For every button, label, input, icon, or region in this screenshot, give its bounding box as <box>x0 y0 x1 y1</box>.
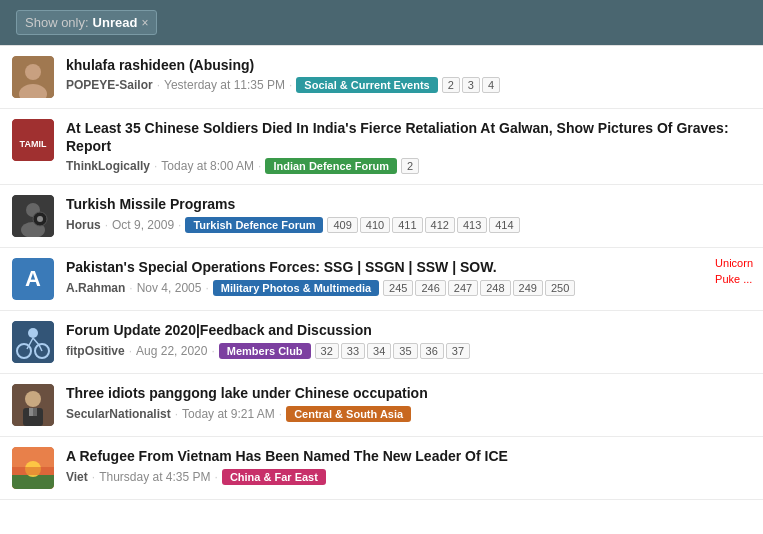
thread-title[interactable]: Pakistan's Special Operations Forces: SS… <box>66 258 751 276</box>
thread-content: khulafa rashideen (Abusing)POPEYE-Sailor… <box>66 56 751 93</box>
page-num[interactable]: 32 <box>315 343 339 359</box>
svg-rect-22 <box>12 467 54 475</box>
svg-point-11 <box>28 328 38 338</box>
thread-content: A Refugee From Vietnam Has Been Named Th… <box>66 447 751 484</box>
thread-content: At Least 35 Chinese Soldiers Died In Ind… <box>66 119 751 174</box>
avatar <box>12 195 54 237</box>
page-num[interactable]: 409 <box>327 217 357 233</box>
thread-content: Pakistan's Special Operations Forces: SS… <box>66 258 751 295</box>
page-num[interactable]: 35 <box>393 343 417 359</box>
page-numbers: 409410411412413414 <box>327 217 519 233</box>
page-num[interactable]: 4 <box>482 77 500 93</box>
meta-separator-2: · <box>178 218 181 232</box>
meta-separator: · <box>175 407 178 421</box>
page-num[interactable]: 249 <box>513 280 543 296</box>
thread-item: Turkish Missile ProgramsHorus·Oct 9, 200… <box>0 185 763 248</box>
avatar <box>12 321 54 363</box>
thread-author[interactable]: ThinkLogically <box>66 159 150 173</box>
meta-separator: · <box>105 218 108 232</box>
thread-author[interactable]: SecularNationalist <box>66 407 171 421</box>
page-numbers: 2 <box>401 158 419 174</box>
thread-item: TAMIL At Least 35 Chinese Soldiers Died … <box>0 109 763 185</box>
thread-list: khulafa rashideen (Abusing)POPEYE-Sailor… <box>0 45 763 500</box>
thread-author[interactable]: POPEYE-Sailor <box>66 78 153 92</box>
thread-author[interactable]: Horus <box>66 218 101 232</box>
meta-separator: · <box>157 78 160 92</box>
page-num[interactable]: 246 <box>415 280 445 296</box>
thread-title[interactable]: khulafa rashideen (Abusing) <box>66 56 751 74</box>
thread-meta: POPEYE-Sailor·Yesterday at 11:35 PM·Soci… <box>66 77 751 93</box>
page-num[interactable]: 2 <box>442 77 460 93</box>
thread-item: A Refugee From Vietnam Has Been Named Th… <box>0 437 763 500</box>
page-num[interactable]: 34 <box>367 343 391 359</box>
thread-meta: Horus·Oct 9, 2009·Turkish Defence Forum4… <box>66 217 751 233</box>
thread-time: Yesterday at 11:35 PM <box>164 78 285 92</box>
page-num[interactable]: 245 <box>383 280 413 296</box>
avatar <box>12 447 54 489</box>
thread-content: Three idiots panggong lake under Chinese… <box>66 384 751 421</box>
meta-separator-2: · <box>279 407 282 421</box>
thread-time: Today at 9:21 AM <box>182 407 275 421</box>
meta-separator-2: · <box>258 159 261 173</box>
page-num[interactable]: 247 <box>448 280 478 296</box>
svg-rect-18 <box>33 408 37 416</box>
meta-separator: · <box>129 281 132 295</box>
thread-content: Forum Update 2020|Feedback and Discussio… <box>66 321 751 358</box>
thread-time: Aug 22, 2020 <box>136 344 207 358</box>
avatar <box>12 56 54 98</box>
meta-separator: · <box>154 159 157 173</box>
filter-value: Unread <box>93 15 138 30</box>
thread-content: Turkish Missile ProgramsHorus·Oct 9, 200… <box>66 195 751 232</box>
thread-title[interactable]: At Least 35 Chinese Soldiers Died In Ind… <box>66 119 751 155</box>
page-num[interactable]: 2 <box>401 158 419 174</box>
forum-badge[interactable]: Central & South Asia <box>286 406 411 422</box>
forum-badge[interactable]: Members Club <box>219 343 311 359</box>
page-num[interactable]: 250 <box>545 280 575 296</box>
thread-author[interactable]: fitpOsitive <box>66 344 125 358</box>
avatar: TAMIL <box>12 119 54 161</box>
svg-text:TAMIL: TAMIL <box>20 139 47 149</box>
thread-title[interactable]: Forum Update 2020|Feedback and Discussio… <box>66 321 751 339</box>
page-num[interactable]: 413 <box>457 217 487 233</box>
forum-badge[interactable]: China & Far East <box>222 469 326 485</box>
svg-point-9 <box>37 216 43 222</box>
meta-separator-2: · <box>211 344 214 358</box>
thread-time: Today at 8:00 AM <box>161 159 254 173</box>
thread-author[interactable]: Viet <box>66 470 88 484</box>
meta-separator: · <box>129 344 132 358</box>
forum-badge[interactable]: Social & Current Events <box>296 77 437 93</box>
page-num[interactable]: 412 <box>425 217 455 233</box>
page-num[interactable]: 3 <box>462 77 480 93</box>
close-icon[interactable]: × <box>141 16 148 30</box>
page-num[interactable]: 33 <box>341 343 365 359</box>
thread-meta: A.Rahman·Nov 4, 2005·Military Photos & M… <box>66 280 751 296</box>
page-num[interactable]: 414 <box>489 217 519 233</box>
page-num[interactable]: 410 <box>360 217 390 233</box>
page-num[interactable]: 37 <box>446 343 470 359</box>
svg-rect-20 <box>12 475 54 489</box>
page-num[interactable]: 248 <box>480 280 510 296</box>
thread-item: APakistan's Special Operations Forces: S… <box>0 248 763 311</box>
svg-rect-10 <box>12 321 54 363</box>
meta-separator-2: · <box>215 470 218 484</box>
thread-time: Thursday at 4:35 PM <box>99 470 210 484</box>
svg-point-15 <box>25 391 41 407</box>
page-num[interactable]: 36 <box>420 343 444 359</box>
page-numbers: 323334353637 <box>315 343 471 359</box>
thread-item: khulafa rashideen (Abusing)POPEYE-Sailor… <box>0 46 763 109</box>
page-num[interactable]: 411 <box>392 217 422 233</box>
page-numbers: 245246247248249250 <box>383 280 575 296</box>
svg-point-1 <box>25 64 41 80</box>
thread-title[interactable]: A Refugee From Vietnam Has Been Named Th… <box>66 447 751 465</box>
thread-author[interactable]: A.Rahman <box>66 281 125 295</box>
thread-meta: SecularNationalist·Today at 9:21 AM·Cent… <box>66 406 751 422</box>
forum-badge[interactable]: Turkish Defence Forum <box>185 217 323 233</box>
forum-badge[interactable]: Indian Defence Forum <box>265 158 397 174</box>
unicorn-label: Unicorn Puke ... <box>715 256 753 287</box>
thread-title[interactable]: Turkish Missile Programs <box>66 195 751 213</box>
thread-time: Nov 4, 2005 <box>137 281 202 295</box>
forum-badge[interactable]: Military Photos & Multimedia <box>213 280 379 296</box>
filter-tag[interactable]: Show only: Unread × <box>16 10 157 35</box>
thread-title[interactable]: Three idiots panggong lake under Chinese… <box>66 384 751 402</box>
svg-rect-17 <box>29 408 33 416</box>
